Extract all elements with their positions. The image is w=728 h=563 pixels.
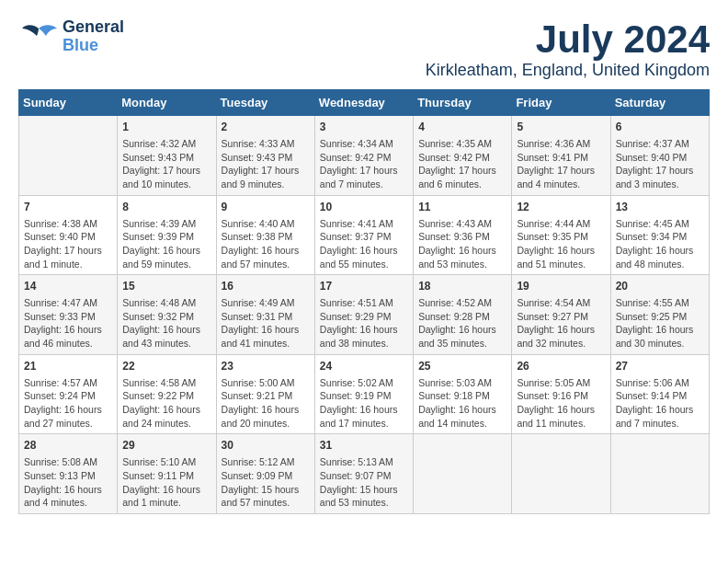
- cell-content: Sunrise: 4:57 AM Sunset: 9:24 PM Dayligh…: [24, 376, 112, 431]
- date-number: 18: [418, 279, 506, 294]
- cell-content: Sunrise: 5:08 AM Sunset: 9:13 PM Dayligh…: [24, 455, 112, 510]
- calendar-cell: 3Sunrise: 4:34 AM Sunset: 9:42 PM Daylig…: [314, 116, 413, 196]
- cell-content: Sunrise: 4:55 AM Sunset: 9:25 PM Dayligh…: [616, 296, 704, 350]
- date-number: 5: [517, 120, 605, 135]
- cell-content: Sunrise: 4:34 AM Sunset: 9:42 PM Dayligh…: [320, 137, 408, 191]
- date-number: 7: [24, 200, 112, 215]
- calendar-week-row: 28Sunrise: 5:08 AM Sunset: 9:13 PM Dayli…: [19, 434, 710, 514]
- weekday-header: Sunday: [19, 90, 118, 116]
- calendar-cell: 1Sunrise: 4:32 AM Sunset: 9:43 PM Daylig…: [118, 116, 216, 196]
- calendar-week-row: 21Sunrise: 4:57 AM Sunset: 9:24 PM Dayli…: [19, 354, 710, 434]
- date-number: 19: [517, 279, 605, 294]
- cell-content: Sunrise: 4:32 AM Sunset: 9:43 PM Dayligh…: [122, 137, 210, 191]
- date-number: 3: [320, 120, 408, 135]
- cell-content: Sunrise: 5:06 AM Sunset: 9:14 PM Dayligh…: [616, 376, 704, 431]
- date-number: 11: [418, 200, 506, 215]
- cell-content: Sunrise: 4:45 AM Sunset: 9:34 PM Dayligh…: [616, 217, 704, 271]
- logo-text-general: General: [63, 18, 124, 37]
- calendar-cell: 28Sunrise: 5:08 AM Sunset: 9:13 PM Dayli…: [19, 434, 118, 514]
- date-number: 28: [24, 438, 112, 454]
- title-block: July 2024 Kirkleatham, England, United K…: [426, 18, 710, 80]
- date-number: 21: [24, 359, 112, 374]
- location-title: Kirkleatham, England, United Kingdom: [426, 61, 710, 80]
- calendar-cell: 23Sunrise: 5:00 AM Sunset: 9:21 PM Dayli…: [216, 354, 314, 434]
- calendar-cell: [414, 434, 512, 514]
- calendar-cell: 27Sunrise: 5:06 AM Sunset: 9:14 PM Dayli…: [610, 354, 709, 434]
- date-number: 31: [320, 438, 408, 454]
- date-number: 29: [122, 438, 210, 454]
- date-number: 9: [222, 200, 310, 215]
- calendar-cell: [19, 116, 118, 196]
- page-header: General Blue July 2024 Kirkleatham, Engl…: [18, 18, 710, 80]
- logo-text-blue: Blue: [63, 37, 124, 55]
- cell-content: Sunrise: 5:12 AM Sunset: 9:09 PM Dayligh…: [222, 455, 310, 510]
- weekday-header: Wednesday: [314, 90, 413, 116]
- calendar-cell: 25Sunrise: 5:03 AM Sunset: 9:18 PM Dayli…: [414, 354, 512, 434]
- calendar-cell: [610, 434, 709, 514]
- calendar-week-row: 7Sunrise: 4:38 AM Sunset: 9:40 PM Daylig…: [19, 195, 710, 275]
- cell-content: Sunrise: 5:10 AM Sunset: 9:11 PM Dayligh…: [122, 455, 210, 510]
- date-number: 12: [517, 200, 605, 215]
- calendar-cell: 15Sunrise: 4:48 AM Sunset: 9:32 PM Dayli…: [118, 275, 216, 355]
- calendar-cell: 14Sunrise: 4:47 AM Sunset: 9:33 PM Dayli…: [19, 275, 118, 355]
- date-number: 8: [122, 200, 210, 215]
- cell-content: Sunrise: 4:37 AM Sunset: 9:40 PM Dayligh…: [616, 137, 704, 191]
- cell-content: Sunrise: 4:38 AM Sunset: 9:40 PM Dayligh…: [24, 217, 112, 271]
- logo-bird-icon: [18, 21, 59, 52]
- cell-content: Sunrise: 4:39 AM Sunset: 9:39 PM Dayligh…: [122, 217, 210, 271]
- cell-content: Sunrise: 4:33 AM Sunset: 9:43 PM Dayligh…: [222, 137, 310, 191]
- weekday-header: Tuesday: [216, 90, 314, 116]
- calendar-cell: 2Sunrise: 4:33 AM Sunset: 9:43 PM Daylig…: [216, 116, 314, 196]
- weekday-header: Monday: [118, 90, 216, 116]
- calendar-cell: 16Sunrise: 4:49 AM Sunset: 9:31 PM Dayli…: [216, 275, 314, 355]
- cell-content: Sunrise: 4:36 AM Sunset: 9:41 PM Dayligh…: [517, 137, 605, 191]
- date-number: 6: [616, 120, 704, 135]
- calendar-cell: 6Sunrise: 4:37 AM Sunset: 9:40 PM Daylig…: [610, 116, 709, 196]
- date-number: 26: [517, 359, 605, 374]
- date-number: 30: [222, 438, 310, 454]
- calendar-cell: 5Sunrise: 4:36 AM Sunset: 9:41 PM Daylig…: [512, 116, 610, 196]
- cell-content: Sunrise: 4:49 AM Sunset: 9:31 PM Dayligh…: [222, 296, 310, 350]
- calendar-cell: 20Sunrise: 4:55 AM Sunset: 9:25 PM Dayli…: [610, 275, 709, 355]
- month-title: July 2024: [426, 18, 710, 61]
- calendar-header-row: SundayMondayTuesdayWednesdayThursdayFrid…: [19, 90, 710, 116]
- date-number: 4: [418, 120, 506, 135]
- date-number: 17: [320, 279, 408, 294]
- cell-content: Sunrise: 4:51 AM Sunset: 9:29 PM Dayligh…: [320, 296, 408, 350]
- cell-content: Sunrise: 4:58 AM Sunset: 9:22 PM Dayligh…: [122, 376, 210, 431]
- date-number: 22: [122, 359, 210, 374]
- calendar-body: 1Sunrise: 4:32 AM Sunset: 9:43 PM Daylig…: [19, 116, 710, 514]
- date-number: 24: [320, 359, 408, 374]
- cell-content: Sunrise: 5:13 AM Sunset: 9:07 PM Dayligh…: [320, 455, 408, 510]
- date-number: 16: [222, 279, 310, 294]
- cell-content: Sunrise: 5:02 AM Sunset: 9:19 PM Dayligh…: [320, 376, 408, 431]
- calendar-cell: 24Sunrise: 5:02 AM Sunset: 9:19 PM Dayli…: [314, 354, 413, 434]
- calendar-cell: 9Sunrise: 4:40 AM Sunset: 9:38 PM Daylig…: [216, 195, 314, 275]
- cell-content: Sunrise: 4:52 AM Sunset: 9:28 PM Dayligh…: [418, 296, 506, 350]
- cell-content: Sunrise: 4:43 AM Sunset: 9:36 PM Dayligh…: [418, 217, 506, 271]
- calendar-table: SundayMondayTuesdayWednesdayThursdayFrid…: [18, 89, 710, 514]
- calendar-cell: 11Sunrise: 4:43 AM Sunset: 9:36 PM Dayli…: [414, 195, 512, 275]
- calendar-cell: 21Sunrise: 4:57 AM Sunset: 9:24 PM Dayli…: [19, 354, 118, 434]
- date-number: 13: [616, 200, 704, 215]
- calendar-cell: 22Sunrise: 4:58 AM Sunset: 9:22 PM Dayli…: [118, 354, 216, 434]
- calendar-cell: 19Sunrise: 4:54 AM Sunset: 9:27 PM Dayli…: [512, 275, 610, 355]
- date-number: 10: [320, 200, 408, 215]
- logo: General Blue: [18, 18, 124, 55]
- date-number: 20: [616, 279, 704, 294]
- cell-content: Sunrise: 4:48 AM Sunset: 9:32 PM Dayligh…: [122, 296, 210, 350]
- calendar-cell: 8Sunrise: 4:39 AM Sunset: 9:39 PM Daylig…: [118, 195, 216, 275]
- cell-content: Sunrise: 4:40 AM Sunset: 9:38 PM Dayligh…: [222, 217, 310, 271]
- calendar-cell: [512, 434, 610, 514]
- weekday-header: Thursday: [414, 90, 512, 116]
- calendar-cell: 10Sunrise: 4:41 AM Sunset: 9:37 PM Dayli…: [314, 195, 413, 275]
- calendar-cell: 18Sunrise: 4:52 AM Sunset: 9:28 PM Dayli…: [414, 275, 512, 355]
- date-number: 15: [122, 279, 210, 294]
- cell-content: Sunrise: 5:03 AM Sunset: 9:18 PM Dayligh…: [418, 376, 506, 431]
- date-number: 14: [24, 279, 112, 294]
- calendar-cell: 4Sunrise: 4:35 AM Sunset: 9:42 PM Daylig…: [414, 116, 512, 196]
- calendar-cell: 12Sunrise: 4:44 AM Sunset: 9:35 PM Dayli…: [512, 195, 610, 275]
- cell-content: Sunrise: 4:41 AM Sunset: 9:37 PM Dayligh…: [320, 217, 408, 271]
- date-number: 2: [222, 120, 310, 135]
- calendar-week-row: 14Sunrise: 4:47 AM Sunset: 9:33 PM Dayli…: [19, 275, 710, 355]
